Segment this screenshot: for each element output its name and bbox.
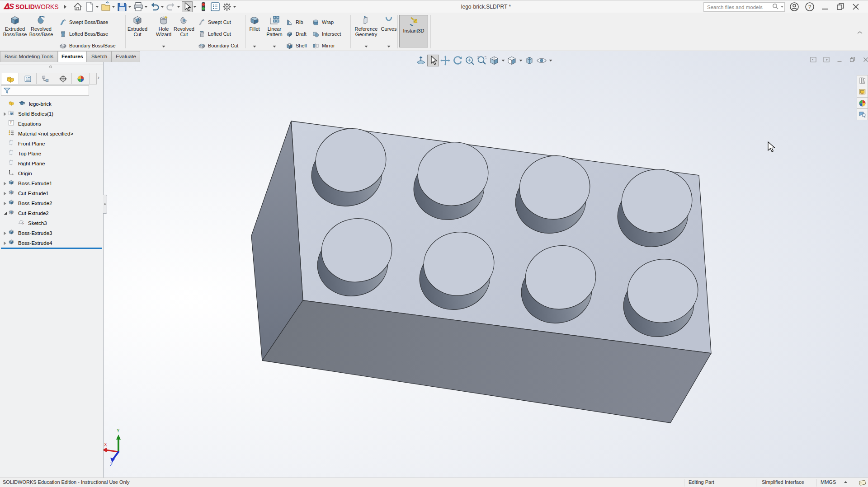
ribbon-collapse-icon[interactable]	[857, 28, 863, 36]
tree-item-boss-extrude3[interactable]: Boss-Extrude3	[0, 228, 103, 238]
dimxpertmanager-tab[interactable]	[54, 73, 72, 84]
minimize-doc-icon[interactable]	[833, 55, 846, 64]
status-units-dropdown-icon[interactable]	[844, 479, 848, 485]
select-icon[interactable]	[182, 1, 193, 12]
settings-gear-icon-dropdown[interactable]	[232, 1, 237, 12]
ribbon-dropdown-fillet[interactable]	[251, 44, 258, 49]
headsup-display-style-dropdown[interactable]	[518, 55, 523, 66]
expand-arrow-icon[interactable]	[4, 241, 8, 245]
search-icon[interactable]	[772, 3, 779, 11]
displaymanager-tab[interactable]	[72, 73, 90, 84]
expand-arrow-icon[interactable]	[4, 112, 8, 116]
tree-item-lego-brick[interactable]: lego-brick	[0, 99, 103, 109]
resources-icon[interactable]	[857, 75, 868, 86]
ribbon-button-swept-boss[interactable]: Swept Boss/Base	[59, 16, 108, 28]
ribbon-button-intersect[interactable]: Intersect	[312, 28, 341, 40]
propertymanager-tab[interactable]	[19, 73, 37, 84]
panel-splitter-handle[interactable]	[49, 66, 52, 68]
expand-arrow-icon[interactable]	[4, 192, 8, 196]
ribbon-button-extruded-cut[interactable]: Extruded Cut	[124, 15, 151, 47]
search-dropdown-icon[interactable]	[780, 3, 784, 11]
save-icon-dropdown[interactable]	[127, 1, 132, 12]
ribbon-button-lofted-cut[interactable]: Lofted Cut	[198, 28, 231, 40]
ribbon-button-boundary-boss[interactable]: Boundary Boss/Base	[59, 40, 116, 52]
close-doc-icon[interactable]	[859, 55, 868, 64]
ribbon-dropdown-curves[interactable]	[386, 44, 392, 49]
ribbon-button-linear-pattern[interactable]: Linear Pattern	[261, 15, 288, 47]
tree-item-right-plane[interactable]: Right Plane	[0, 159, 103, 169]
ribbon-button-shell[interactable]: Shell	[286, 40, 307, 52]
tree-item-boss-extrude2[interactable]: Boss-Extrude2	[0, 198, 103, 208]
tree-item-boss-extrude4[interactable]: Boss-Extrude4	[0, 238, 103, 248]
select-icon-dropdown[interactable]	[193, 1, 197, 12]
tab-sketch[interactable]: Sketch	[87, 51, 112, 62]
tree-item-origin[interactable]: Origin	[0, 169, 103, 178]
tree-item-cut-extrude2[interactable]: Cut-Extrude2	[0, 208, 103, 218]
configurationmanager-tab[interactable]	[37, 73, 54, 84]
redo-icon[interactable]	[165, 1, 176, 12]
expand-arrow-icon[interactable]	[4, 231, 8, 235]
status-units[interactable]: MMGS	[821, 479, 836, 485]
ribbon-dropdown-linear-pattern[interactable]	[271, 44, 278, 49]
expand-arrow-icon[interactable]	[4, 182, 8, 186]
tree-item-solid-bodies-1-[interactable]: Solid Bodies(1)	[0, 109, 103, 119]
home-icon[interactable]	[72, 1, 83, 12]
headsup-hide-show-items[interactable]	[536, 55, 547, 66]
undo-icon-dropdown[interactable]	[160, 1, 165, 12]
appearances-icon[interactable]	[857, 98, 868, 109]
ribbon-button-draft[interactable]: Draft	[286, 28, 307, 40]
tree-item-boss-extrude1[interactable]: Boss-Extrude1	[0, 178, 103, 188]
pane-right-icon[interactable]	[820, 55, 833, 64]
comments-icon[interactable]	[857, 109, 868, 120]
status-interface-mode[interactable]: Simplified Interface	[762, 479, 804, 485]
tree-item-front-plane[interactable]: Front Plane	[0, 139, 103, 149]
ribbon-button-wrap[interactable]: Wrap	[312, 16, 334, 28]
restore-doc-icon[interactable]	[846, 55, 859, 64]
redo-icon-dropdown[interactable]	[176, 1, 181, 12]
headsup-view-orientation[interactable]	[488, 55, 500, 66]
ribbon-button-boundary-cut[interactable]: Boundary Cut	[198, 40, 238, 52]
save-icon[interactable]	[117, 1, 127, 12]
headsup-hide-show-items-dropdown[interactable]	[548, 55, 553, 66]
headsup-section-view[interactable]	[524, 55, 535, 66]
new-document-icon[interactable]	[84, 1, 95, 12]
expand-arrow-icon[interactable]	[4, 211, 8, 215]
new-document-icon-dropdown[interactable]	[95, 1, 99, 12]
design-library-icon[interactable]	[857, 86, 868, 98]
headsup-select[interactable]	[427, 55, 439, 66]
featuremanager-tab[interactable]	[1, 73, 19, 84]
tree-item-cut-extrude1[interactable]: Cut-Extrude1	[0, 188, 103, 198]
ribbon-button-swept-cut[interactable]: Swept Cut	[198, 16, 231, 28]
headsup-zoom-area[interactable]	[476, 55, 488, 66]
pane-left-icon[interactable]	[807, 55, 820, 64]
ribbon-button-curves[interactable]: Curves	[376, 15, 402, 47]
tab-basic-modeling-tools[interactable]: Basic Modeling Tools	[0, 51, 58, 62]
rebuild-traffic-light-icon[interactable]	[198, 1, 209, 12]
tree-item-top-plane[interactable]: Top Plane	[0, 149, 103, 159]
headsup-pan[interactable]	[439, 55, 451, 66]
close-icon[interactable]	[848, 0, 863, 13]
minimize-icon[interactable]	[817, 0, 833, 13]
tree-item-sketch3[interactable]: Sketch3	[0, 218, 103, 228]
panel-collapse-handle[interactable]	[103, 195, 107, 214]
status-tag-icon[interactable]	[859, 479, 867, 487]
ribbon-button-rib[interactable]: Rib	[286, 16, 303, 28]
options-list-icon[interactable]	[210, 1, 221, 12]
user-account-icon[interactable]	[787, 0, 802, 13]
open-icon-dropdown[interactable]	[111, 1, 116, 12]
search-box[interactable]: Search files and models	[703, 2, 785, 12]
headsup-display-style[interactable]	[506, 55, 518, 66]
help-icon[interactable]: ?	[802, 0, 817, 13]
viewport-3d[interactable]: X Y Z	[0, 51, 868, 478]
ribbon-button-extruded-boss[interactable]: Extruded Boss/Base	[2, 15, 28, 47]
restore-icon[interactable]	[833, 0, 848, 13]
tab-evaluate[interactable]: Evaluate	[112, 51, 140, 62]
headsup-zoom-to-fit[interactable]	[415, 55, 427, 66]
panel-expand-icon[interactable]: ›	[98, 75, 99, 80]
ribbon-button-lofted-boss[interactable]: Lofted Boss/Base	[59, 28, 108, 40]
open-icon[interactable]	[100, 1, 111, 12]
tree-filter-box[interactable]	[1, 85, 89, 96]
ribbon-button-revolved-boss[interactable]: Revolved Boss/Base	[28, 15, 54, 47]
ribbon-dropdown-reference-geometry[interactable]	[363, 44, 369, 49]
undo-icon[interactable]	[149, 1, 160, 12]
